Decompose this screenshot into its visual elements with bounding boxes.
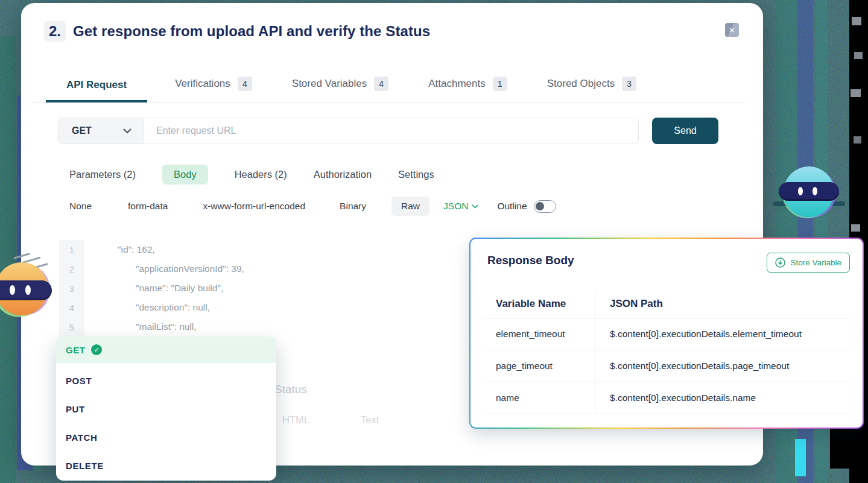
tab-verifications[interactable]: Verifications 4 <box>163 68 264 103</box>
response-body-panel: Response Body Store Variable Variable Na… <box>469 238 864 429</box>
menu-item-put[interactable]: PUT <box>56 395 276 423</box>
variables-table: Variable Name JSON Path element_timeout … <box>484 290 849 414</box>
method-select-value: GET <box>72 125 92 136</box>
chevron-down-icon <box>472 204 478 209</box>
chevron-down-icon <box>123 128 131 134</box>
menu-item-get[interactable]: GET ✓ <box>56 336 276 363</box>
menu-item-patch[interactable]: PATCH <box>56 423 276 452</box>
store-variable-label: Store Variable <box>790 258 841 267</box>
bodytype-binary[interactable]: Binary <box>340 201 366 212</box>
robot-mascot-left <box>0 261 51 317</box>
response-body-title: Response Body <box>487 254 574 267</box>
method-select[interactable]: GET <box>59 118 144 144</box>
menu-item-post[interactable]: POST <box>56 367 276 395</box>
cell-json-path: $.content[0].executionDetails.element_ti… <box>595 318 849 350</box>
faded-tab-text[interactable]: Text <box>361 414 379 426</box>
line-text: "description": null, <box>84 302 210 313</box>
format-select-json[interactable]: JSON <box>443 201 478 212</box>
tab-label: Attachments <box>428 78 486 90</box>
subtab-parameters[interactable]: Parameters (2) <box>69 169 136 180</box>
bodytype-none[interactable]: None <box>69 201 92 212</box>
line-number: 4 <box>59 298 84 317</box>
line-number: 1 <box>59 240 84 259</box>
main-tab-bar: API Request Verifications 4 Stored Varia… <box>30 68 746 103</box>
cell-variable-name: element_timeout <box>484 318 595 350</box>
editor-line: 4 "description": null, <box>59 298 481 317</box>
store-download-icon <box>775 257 785 268</box>
response-body-inner: Response Body Store Variable Variable Na… <box>470 239 863 428</box>
check-icon: ✓ <box>91 344 102 355</box>
column-header-variable-name: Variable Name <box>484 290 595 318</box>
count-badge: 4 <box>238 77 252 91</box>
toggle-knob <box>536 202 544 210</box>
cell-json-path: $.content[0].executionDetails.name <box>595 382 849 414</box>
line-number: 5 <box>59 317 84 336</box>
close-icon[interactable]: × <box>725 23 739 37</box>
send-button[interactable]: Send <box>652 118 718 144</box>
table-header-row: Variable Name JSON Path <box>484 290 849 318</box>
bodytype-x-www-form-url-encoded[interactable]: x-www-form-url-encoded <box>203 201 305 212</box>
tab-label: Stored Objects <box>547 78 615 90</box>
menu-item-list: POST PUT PATCH DELETE <box>56 363 276 480</box>
tab-label: API Request <box>66 79 127 91</box>
robot-eye <box>25 285 31 295</box>
tab-stored-variables[interactable]: Stored Variables 4 <box>280 68 401 103</box>
editor-line: 1 "id": 162, <box>59 240 481 259</box>
outline-label: Outline <box>497 201 527 212</box>
faded-status-label: Status <box>274 383 307 396</box>
count-badge: 3 <box>622 77 636 91</box>
page-title: Get response from upload API and verify … <box>73 23 430 40</box>
tab-label: Verifications <box>175 78 230 90</box>
outline-control: Outline <box>497 200 556 213</box>
json-body-editor[interactable]: 1 "id": 162, 2 "applicationVersionId": 3… <box>59 240 481 336</box>
editor-line: 2 "applicationVersionId": 39, <box>59 259 481 279</box>
cell-json-path: $.content[0].executionDetails.page_timeo… <box>595 350 849 382</box>
menu-item-label: GET <box>66 345 85 355</box>
faded-tab-html[interactable]: HTML <box>282 414 309 426</box>
column-header-json-path: JSON Path <box>595 290 849 318</box>
robot-head <box>0 262 48 315</box>
bodytype-raw[interactable]: Raw <box>391 197 429 216</box>
table-row[interactable]: element_timeout $.content[0].executionDe… <box>484 318 849 350</box>
robot-visor <box>779 182 839 201</box>
subtab-authorization[interactable]: Authorization <box>314 169 372 180</box>
subtab-headers[interactable]: Headers (2) <box>235 169 287 180</box>
robot-visor <box>0 280 52 300</box>
request-bar: GET Send <box>58 118 718 144</box>
tab-attachments[interactable]: Attachments 1 <box>416 68 519 103</box>
bodytype-form-data[interactable]: form-data <box>128 201 168 212</box>
robot-eye <box>798 187 803 195</box>
robot-eye <box>813 187 817 195</box>
tab-stored-objects[interactable]: Stored Objects 3 <box>535 68 648 103</box>
table-row[interactable]: name $.content[0].executionDetails.name <box>484 382 849 414</box>
robot-eye <box>10 285 15 295</box>
count-badge: 1 <box>493 77 507 91</box>
method-dropdown: GET ✓ POST PUT PATCH DELETE <box>56 336 276 481</box>
page: 2. Get response from upload API and veri… <box>0 0 868 483</box>
step-number: 2. <box>44 21 66 42</box>
subtab-body[interactable]: Body <box>162 165 208 185</box>
subtab-settings[interactable]: Settings <box>398 169 434 180</box>
count-badge: 4 <box>374 77 388 91</box>
request-sub-tabs: Parameters (2) Body Headers (2) Authoriz… <box>69 163 434 185</box>
robot-head <box>784 166 834 217</box>
request-field: GET <box>58 118 639 144</box>
robot-mascot-right <box>784 166 834 217</box>
outline-toggle[interactable] <box>534 200 556 213</box>
cell-variable-name: page_timeout <box>484 350 595 382</box>
cell-variable-name: name <box>484 382 595 414</box>
url-input[interactable] <box>144 118 638 144</box>
line-text: "name": "Daily build", <box>84 283 223 294</box>
editor-line: 5 "mailList": null, <box>59 317 481 336</box>
menu-item-delete[interactable]: DELETE <box>56 452 276 480</box>
tab-api-request[interactable]: API Request <box>46 71 147 103</box>
line-number: 3 <box>59 279 84 298</box>
line-text: "mailList": null, <box>84 321 197 332</box>
line-text: "id": 162, <box>84 244 155 255</box>
format-select-value: JSON <box>443 201 468 212</box>
store-variable-button[interactable]: Store Variable <box>767 253 850 273</box>
editor-line: 3 "name": "Daily build", <box>59 279 481 298</box>
tab-label: Stored Variables <box>292 78 367 90</box>
table-row[interactable]: page_timeout $.content[0].executionDetai… <box>484 350 849 382</box>
line-text: "applicationVersionId": 39, <box>84 264 244 274</box>
